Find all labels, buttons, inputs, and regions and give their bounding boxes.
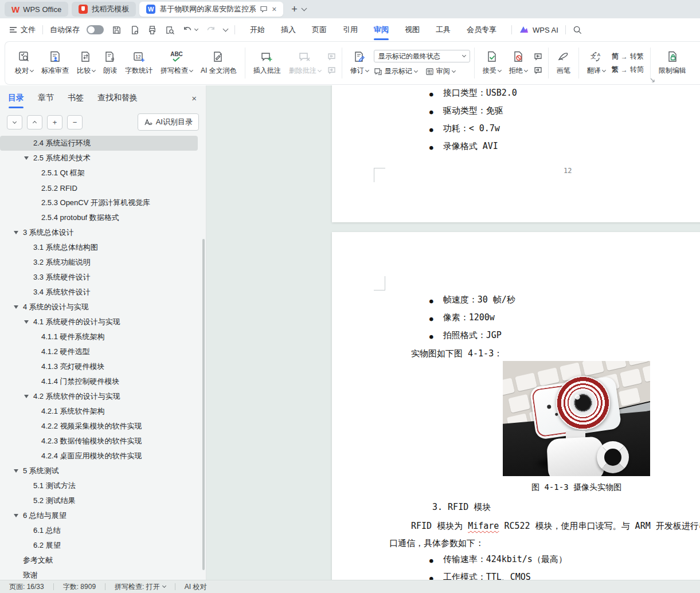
webcam-photo-figure[interactable]: [503, 361, 650, 476]
bullet-line[interactable]: 传输速率：424kbit/s（最高）: [429, 551, 567, 568]
menu-view[interactable]: 视图: [397, 18, 428, 41]
section-heading[interactable]: 3. RFID 模块: [432, 502, 491, 513]
menu-reference[interactable]: 引用: [335, 18, 366, 41]
word-count-indicator[interactable]: 字数: 8909: [63, 582, 96, 592]
body-paragraph-line[interactable]: 口通信，具体参数如下：: [389, 538, 484, 549]
sidebar-close-icon[interactable]: ×: [191, 93, 197, 103]
toc-item[interactable]: 6.1 总结: [0, 523, 198, 538]
toc-item[interactable]: 4.1.1 硬件系统架构: [0, 329, 198, 344]
print-icon[interactable]: [147, 25, 157, 35]
toc-collapse-caret-icon[interactable]: [14, 514, 18, 517]
toc-item[interactable]: 4 系统的设计与实现: [0, 300, 198, 315]
toc-collapse-caret-icon[interactable]: [14, 469, 18, 473]
redo-icon[interactable]: [206, 26, 216, 34]
bullet-line[interactable]: 接口类型：USB2.0: [429, 85, 517, 102]
toc-item[interactable]: 参考文献: [0, 553, 198, 568]
toc-item[interactable]: 4.1.4 门禁控制硬件模块: [0, 374, 198, 389]
qat-expand-chevron-icon[interactable]: [223, 26, 229, 32]
bullet-line[interactable]: 帧速度：30 帧/秒: [429, 291, 515, 309]
group-expand-arrow-icon[interactable]: [650, 77, 655, 83]
previous-change-icon[interactable]: [533, 52, 543, 61]
sidebar-tab-bookmarks[interactable]: 书签: [68, 85, 84, 111]
ai-polish-button[interactable]: AI 全文润色: [197, 48, 241, 78]
toc-item[interactable]: 4.1.3 亮灯硬件模块: [0, 359, 198, 374]
bullet-line[interactable]: 像素：1200w: [429, 309, 515, 327]
wps-ai-button[interactable]: WPS AI: [519, 25, 558, 34]
review-pane-button[interactable]: 审阅: [425, 66, 455, 76]
previous-comment-icon[interactable]: [326, 52, 337, 61]
spell-check-button[interactable]: ABC 拼写检查: [157, 48, 197, 78]
tab-list-chevron-icon[interactable]: [301, 6, 307, 11]
sidebar-tab-catalog[interactable]: 目录: [8, 85, 24, 111]
toc-collapse-caret-icon[interactable]: [24, 156, 29, 160]
menu-insert[interactable]: 插入: [273, 18, 304, 41]
track-changes-button[interactable]: 修订: [346, 48, 373, 78]
bullet-line[interactable]: 工作模式：TTL、CMOS: [429, 568, 567, 580]
toc-item[interactable]: 4.1 系统硬件的设计与实现: [0, 315, 198, 329]
menu-home[interactable]: 开始: [242, 18, 273, 41]
toc-item[interactable]: 2.5.3 OpenCV 开源计算机视觉库: [0, 195, 198, 210]
next-change-icon[interactable]: [533, 66, 543, 74]
toc-expand-down-button[interactable]: [7, 115, 22, 129]
ai-recognize-catalog-button[interactable]: AI识别目录: [138, 113, 199, 131]
sidebar-tab-find-replace[interactable]: 查找和替换: [97, 85, 138, 111]
search-icon[interactable]: [573, 25, 582, 35]
word-count-button[interactable]: 12 字数统计: [121, 48, 157, 78]
restrict-editing-button[interactable]: 限制编辑: [655, 48, 690, 78]
undo-button[interactable]: [183, 26, 198, 34]
show-marks-button[interactable]: 显示标记: [374, 66, 417, 76]
toc-item[interactable]: 2.5.1 Qt 框架: [0, 166, 198, 180]
toc-item[interactable]: 2.5.2 RFID: [0, 180, 198, 195]
sidebar-tab-chapters[interactable]: 章节: [38, 85, 54, 111]
document-page-1[interactable]: 接口类型：USB2.0 驱动类型：免驱 功耗：< 0.7w 录像格式 AVI 1…: [332, 85, 700, 222]
toc-collapse-up-button[interactable]: [27, 115, 42, 129]
comment-bubble-icon[interactable]: [260, 5, 268, 13]
toc-item[interactable]: 4.2.3 数据传输模块的软件实现: [0, 434, 198, 449]
toc-zoom-in-button[interactable]: +: [47, 115, 62, 129]
menu-review[interactable]: 审阅: [366, 18, 397, 41]
markup-state-dropdown[interactable]: 显示标记的最终状态: [374, 50, 470, 62]
proofread-button[interactable]: 校对: [11, 48, 37, 78]
figure-caption[interactable]: 图 4-1-3 摄像头实物图: [503, 482, 650, 493]
toc-zoom-out-button[interactable]: −: [67, 115, 83, 129]
new-tab-button[interactable]: +: [287, 3, 302, 15]
toc-item[interactable]: 3 系统总体设计: [0, 225, 198, 240]
menu-tools[interactable]: 工具: [428, 18, 459, 41]
tab-close-icon[interactable]: ×: [272, 5, 276, 14]
autosave-toggle[interactable]: 自动保存: [50, 25, 104, 35]
accept-change-button[interactable]: 接受: [479, 48, 505, 78]
figure-intro-line[interactable]: 实物图如下图 4-1-3：: [411, 348, 502, 359]
read-aloud-button[interactable]: 朗读: [99, 48, 121, 78]
compare-button[interactable]: 比较: [73, 48, 99, 78]
reject-change-button[interactable]: 拒绝: [505, 48, 531, 78]
delete-comment-button[interactable]: 删除批注: [285, 48, 325, 78]
ink-brush-button[interactable]: 画笔: [553, 48, 574, 78]
toc-item[interactable]: 3.4 系统软件设计: [0, 285, 198, 300]
toc-collapse-caret-icon[interactable]: [14, 231, 18, 234]
toc-item[interactable]: 3.1 系统总体结构图: [0, 240, 198, 255]
bullet-line[interactable]: 拍照格式：JGP: [429, 327, 515, 344]
bullet-line[interactable]: 录像格式 AVI: [429, 138, 517, 155]
menu-page[interactable]: 页面: [304, 18, 335, 41]
tab-wps-office[interactable]: W WPS Office: [5, 2, 68, 17]
toc-collapse-caret-icon[interactable]: [24, 395, 29, 398]
save-icon[interactable]: [112, 25, 122, 35]
document-page-2[interactable]: 帧速度：30 帧/秒 像素：1200w 拍照格式：JGP 实物图如下图 4-1-…: [332, 232, 700, 580]
print-preview-icon[interactable]: [165, 25, 175, 35]
toc-item[interactable]: 4.1.2 硬件选型: [0, 344, 198, 359]
toc-item[interactable]: 5.1 测试方法: [0, 478, 198, 493]
translate-button[interactable]: 文A 翻译: [583, 48, 609, 78]
toc-item[interactable]: 6 总结与展望: [0, 508, 198, 523]
toc-item[interactable]: 3.2 系统功能说明: [0, 255, 198, 270]
to-simplified-button[interactable]: 繁→ 转简: [612, 65, 644, 74]
body-paragraph-line[interactable]: RFID 模块为 Mifare RC522 模块，使用串口读写。与 ARM 开发…: [411, 521, 700, 532]
insert-comment-button[interactable]: 插入批注: [249, 48, 285, 78]
toc-item[interactable]: 4.2 系统软件的设计与实现: [0, 389, 198, 404]
to-traditional-button[interactable]: 简→ 转繁: [612, 52, 644, 61]
toc-item[interactable]: 5 系统测试: [0, 464, 198, 478]
page-indicator[interactable]: 页面: 16/33: [9, 582, 44, 592]
toc-item[interactable]: 4.2.2 视频采集模块的软件实现: [0, 419, 198, 434]
ai-proofread-status[interactable]: AI 校对: [185, 582, 207, 592]
spell-check-status[interactable]: 拼写检查: 打开: [115, 582, 166, 592]
toc-item[interactable]: 4.2.4 桌面应用模块的软件实现: [0, 449, 198, 464]
